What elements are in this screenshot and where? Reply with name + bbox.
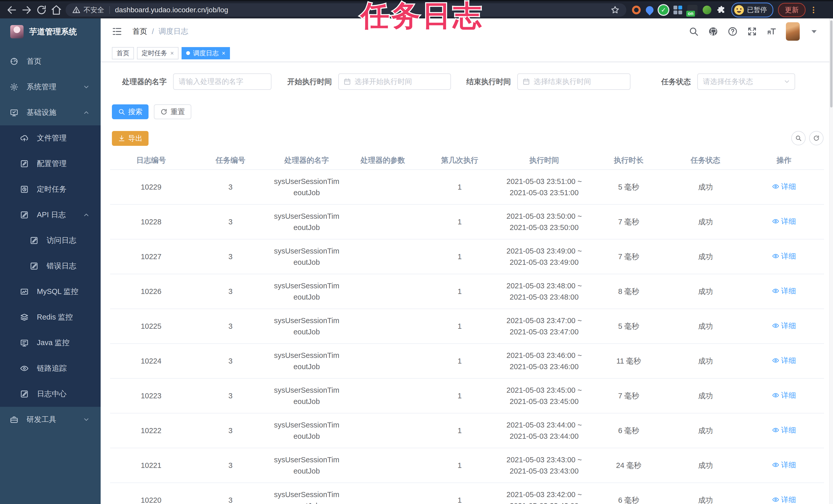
scrollbar-thumb[interactable] (830, 21, 832, 107)
column-header: 任务状态 (667, 155, 744, 166)
github-icon[interactable] (708, 26, 718, 36)
tab-job-log[interactable]: 调度日志× (182, 47, 230, 59)
bookmark-star-icon[interactable] (611, 5, 620, 15)
begin-time-input[interactable] (351, 77, 450, 86)
browser-update-button[interactable]: 更新 (778, 3, 806, 17)
detail-link[interactable]: 详细 (772, 424, 796, 436)
sidebar-item-java[interactable]: Java 监控 (0, 330, 101, 356)
hamburger-icon[interactable] (112, 26, 122, 36)
detail-link-label: 详细 (781, 459, 796, 471)
eye-icon (772, 253, 779, 260)
browser-profile-chip[interactable]: 已暂停 (731, 3, 774, 18)
sidebar-item-redis[interactable]: Redis 监控 (0, 304, 101, 330)
cell-exec-time: 2021-05-03 23:47:00 ~2021-05-03 23:47:00 (498, 315, 590, 337)
browser-menu-dots-icon[interactable] (809, 6, 818, 14)
tab-home[interactable]: 首页 (112, 47, 134, 59)
cell-actions: 详细 (744, 250, 824, 263)
cell-exec-index: 1 (421, 181, 498, 193)
eye-icon (772, 392, 779, 399)
job-status-select[interactable]: 请选择任务状态 (697, 73, 795, 90)
job-status-label: 任务状态 (637, 73, 691, 90)
sidebar-item-config[interactable]: 配置管理 (0, 151, 101, 177)
breadcrumb-home[interactable]: 首页 (133, 26, 147, 36)
detail-link[interactable]: 详细 (772, 320, 796, 331)
fullscreen-icon[interactable] (747, 26, 757, 36)
sidebar-item-label: 首页 (27, 56, 42, 67)
sidebar-item-system[interactable]: 系统管理 (0, 74, 101, 100)
handler-name-label: 处理器的名字 (108, 73, 167, 90)
column-header: 处理器的名字 (269, 155, 344, 166)
detail-link-label: 详细 (781, 181, 796, 192)
cell-duration: 11 毫秒 (590, 355, 667, 367)
detail-link[interactable]: 详细 (772, 285, 796, 297)
sidebar-item-label: MySQL 监控 (37, 286, 78, 297)
sidebar-item-log-center[interactable]: 日志中心 (0, 381, 101, 407)
sidebar-item-file[interactable]: 文件管理 (0, 125, 101, 151)
cell-job-id: 3 (192, 390, 269, 401)
cell-actions: 详细 (744, 389, 824, 402)
refresh-table-button[interactable] (809, 131, 824, 145)
reset-button[interactable]: 重置 (154, 104, 191, 119)
export-button[interactable]: 导出 (112, 131, 148, 146)
extension-check-icon[interactable]: ✓ (659, 5, 668, 15)
table-row: 102263sysUserSessionTimeoutJob12021-05-0… (110, 274, 824, 309)
calendar-icon (343, 78, 351, 85)
cell-duration: 8 毫秒 (590, 286, 667, 297)
sidebar-item-label: 日志中心 (37, 389, 67, 399)
detail-link[interactable]: 详细 (772, 216, 796, 227)
sidebar-item-error-log[interactable]: 错误日志 (0, 253, 101, 279)
cell-actions: 详细 (744, 216, 824, 228)
page-scrollbar[interactable] (829, 19, 833, 504)
tab-close-icon[interactable]: × (222, 50, 225, 57)
app-logo (10, 25, 24, 39)
sidebar-item-api-log[interactable]: API 日志 (0, 202, 101, 228)
cell-handler-name: sysUserSessionTimeoutJob (269, 280, 344, 303)
detail-link[interactable]: 详细 (772, 355, 796, 366)
forward-icon[interactable] (21, 4, 32, 16)
toggle-search-button[interactable] (791, 131, 806, 145)
sidebar-item-home[interactable]: 首页 (0, 49, 101, 74)
column-header: 处理器的参数 (344, 155, 421, 166)
extension-sprout-icon[interactable] (703, 6, 711, 14)
sidebar-item-infra[interactable]: 基础设施 (0, 100, 101, 125)
avatar-caret-down-icon[interactable] (809, 26, 819, 36)
cell-status: 成功 (667, 390, 744, 401)
address-bar[interactable]: 不安全 dashboard.yudao.iocoder.cn/job/log (66, 3, 626, 17)
extension-grid-icon[interactable] (673, 6, 682, 14)
tab-close-icon[interactable]: × (170, 50, 174, 57)
sidebar-item-access-log[interactable]: 访问日志 (0, 228, 101, 253)
user-avatar[interactable] (786, 22, 800, 41)
eye-icon (772, 287, 779, 295)
detail-link[interactable]: 详细 (772, 181, 796, 192)
sidebar-item-job[interactable]: 定时任务 (0, 177, 101, 202)
detail-link[interactable]: 详细 (772, 494, 796, 504)
extension-ring-icon[interactable] (632, 6, 641, 14)
detail-link[interactable]: 详细 (772, 250, 796, 262)
detail-link-label: 详细 (781, 424, 796, 436)
chevron-up-icon (83, 109, 90, 116)
back-icon[interactable] (6, 4, 18, 16)
sidebar-item-tracer[interactable]: 链路追踪 (0, 356, 101, 381)
font-size-icon[interactable] (766, 26, 777, 36)
calendar-icon (522, 78, 530, 85)
cell-status: 成功 (667, 321, 744, 332)
end-time-input[interactable] (530, 77, 630, 86)
header-search-icon[interactable] (689, 26, 699, 36)
help-icon[interactable] (728, 26, 738, 36)
cell-status: 成功 (667, 460, 744, 471)
search-button[interactable]: 搜索 (112, 104, 148, 119)
home-icon[interactable] (51, 4, 62, 16)
extensions-puzzle-icon[interactable] (716, 5, 726, 15)
tab-job[interactable]: 定时任务× (137, 47, 178, 59)
detail-link[interactable]: 详细 (772, 459, 796, 471)
extension-on-icon[interactable]: on (687, 5, 697, 15)
handler-name-input[interactable] (174, 77, 271, 86)
reload-icon[interactable] (36, 4, 47, 16)
cell-status: 成功 (667, 251, 744, 262)
detail-link[interactable]: 详细 (772, 389, 796, 401)
sidebar-item-mysql[interactable]: MySQL 监控 (0, 279, 101, 304)
extension-pin-icon[interactable] (644, 4, 655, 15)
sidebar-item-dev-tools[interactable]: 研发工具 (0, 407, 101, 432)
sidebar-logo-row[interactable]: 芋道管理系统 (0, 19, 101, 45)
cell-duration: 24 毫秒 (590, 460, 667, 471)
